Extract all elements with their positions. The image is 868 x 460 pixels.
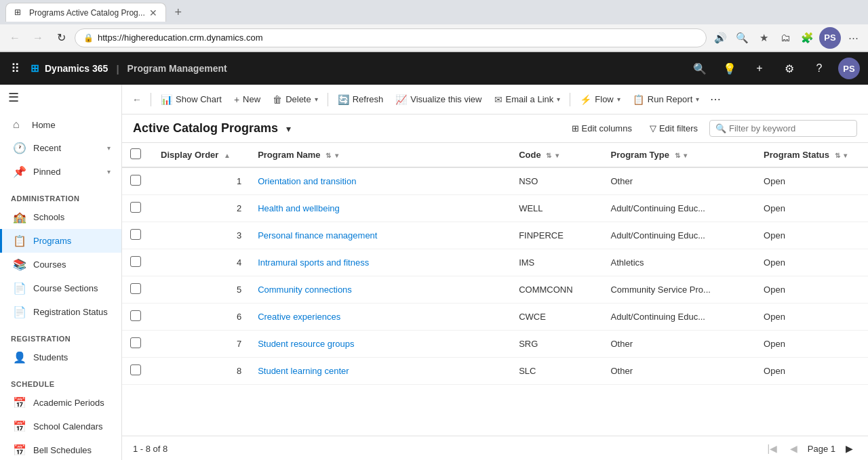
zoom-button[interactable]: 🔍 (732, 28, 751, 47)
address-bar[interactable]: 🔒 https://highereducation.crm.dynamics.c… (75, 28, 707, 47)
row-select-cell-4[interactable] (122, 276, 153, 304)
row-checkbox-2[interactable] (130, 229, 141, 240)
tab-close-button[interactable]: ✕ (149, 7, 157, 18)
sidebar-item-bell-schedules[interactable]: 📅 Bell Schedules (0, 438, 121, 460)
program-type-header[interactable]: Program Type ⇅ ▾ (602, 143, 755, 167)
row-checkbox-1[interactable] (130, 202, 141, 213)
sidebar-item-recent[interactable]: 🕐 Recent ▾ (0, 136, 121, 160)
edit-filters-button[interactable]: ▽ Edit filters (644, 120, 704, 137)
assistant-button[interactable]: 💡 (719, 58, 741, 79)
visualize-button[interactable]: 📈 Visualize this view (390, 91, 487, 108)
program-link-4[interactable]: Community connections (258, 285, 352, 295)
program-link-3[interactable]: Intramural sports and fitness (258, 257, 369, 268)
row-select-cell-6[interactable] (122, 331, 153, 358)
first-page-button[interactable]: |◀ (764, 440, 781, 457)
sidebar-item-registration-status[interactable]: 📄 Registration Status (0, 300, 121, 324)
sidebar-item-home[interactable]: ⌂ Home (0, 113, 121, 136)
email-link-button[interactable]: ✉ Email a Link ▾ (489, 91, 566, 108)
profile-button[interactable]: PS (819, 27, 841, 49)
settings-more-button[interactable]: ⋯ (844, 28, 863, 47)
code-header[interactable]: Code ⇅ ▾ (511, 143, 602, 167)
program-name-header[interactable]: Program Name ⇅ ▾ (250, 143, 511, 167)
row-name-2[interactable]: Personal finance management (250, 222, 511, 249)
add-button[interactable]: + (749, 58, 770, 79)
row-name-0[interactable]: Orientation and transition (250, 167, 511, 195)
sidebar-toggle-button[interactable]: ☰ (0, 85, 121, 110)
refresh-button[interactable]: 🔄 Refresh (332, 91, 389, 108)
page-title-dropdown-icon[interactable]: ▾ (286, 123, 291, 134)
more-commands-button[interactable]: ⋯ (706, 90, 725, 109)
new-tab-button[interactable]: + (169, 3, 188, 22)
back-navigation-button[interactable]: ← (127, 90, 146, 109)
row-name-3[interactable]: Intramural sports and fitness (250, 249, 511, 276)
row-checkbox-0[interactable] (130, 175, 141, 186)
settings-button[interactable]: ⚙ (778, 58, 800, 79)
back-button[interactable]: ← (5, 28, 24, 47)
sidebar-item-schools[interactable]: 🏫 Schools (0, 205, 121, 229)
program-link-6[interactable]: Student resource groups (258, 339, 354, 349)
select-all-header[interactable] (122, 143, 153, 167)
row-name-7[interactable]: Student learning center (250, 358, 511, 385)
edit-columns-icon: ⊞ (572, 123, 579, 133)
filter-keyword-input[interactable] (729, 123, 851, 133)
forward-button[interactable]: → (28, 28, 47, 47)
row-checkbox-7[interactable] (130, 364, 141, 375)
sidebar-item-academic-periods[interactable]: 📅 Academic Periods (0, 391, 121, 415)
program-link-0[interactable]: Orientation and transition (258, 176, 356, 186)
row-name-4[interactable]: Community connections (250, 276, 511, 304)
edit-columns-button[interactable]: ⊞ Edit columns (566, 120, 638, 137)
prev-page-button[interactable]: ◀ (786, 440, 802, 457)
row-checkbox-5[interactable] (130, 310, 141, 321)
sidebar-item-students[interactable]: 👤 Students (0, 346, 121, 369)
row-status-6: Open (755, 331, 868, 358)
sidebar-item-programs[interactable]: 📋 Programs (0, 229, 121, 253)
display-order-header[interactable]: Display Order ▲ (153, 143, 250, 167)
favorites-button[interactable]: ★ (754, 28, 773, 47)
read-aloud-button[interactable]: 🔊 (711, 28, 730, 47)
sidebar-item-pinned[interactable]: 📌 Pinned ▾ (0, 160, 121, 184)
sidebar-item-school-calendars[interactable]: 📅 School Calendars (0, 415, 121, 438)
show-chart-button[interactable]: 📊 Show Chart (155, 91, 227, 108)
row-name-5[interactable]: Creative experiences (250, 304, 511, 331)
extensions-button[interactable]: 🧩 (797, 28, 816, 47)
row-select-cell-1[interactable] (122, 195, 153, 222)
program-link-5[interactable]: Creative experiences (258, 312, 340, 322)
program-link-2[interactable]: Personal finance management (258, 230, 377, 241)
program-status-filter-icon: ▾ (844, 152, 847, 159)
program-link-1[interactable]: Health and wellbeing (258, 203, 340, 213)
row-checkbox-6[interactable] (130, 337, 141, 348)
waffle-menu-icon[interactable]: ⠿ (8, 58, 22, 79)
row-checkbox-3[interactable] (130, 256, 141, 267)
row-order-4: 5 (153, 276, 250, 304)
row-select-cell-0[interactable] (122, 167, 153, 195)
row-checkbox-4[interactable] (130, 283, 141, 294)
row-type-6: Other (602, 331, 755, 358)
global-search-button[interactable]: 🔍 (689, 58, 711, 79)
schools-icon: 🏫 (13, 211, 26, 224)
row-select-cell-2[interactable] (122, 222, 153, 249)
next-page-button[interactable]: ▶ (841, 440, 857, 457)
delete-button[interactable]: 🗑 Delete ▾ (267, 91, 323, 108)
program-status-header[interactable]: Program Status ⇅ ▾ (755, 143, 868, 167)
flow-button[interactable]: ⚡ Flow ▾ (574, 91, 625, 108)
row-select-cell-7[interactable] (122, 358, 153, 385)
row-select-cell-3[interactable] (122, 249, 153, 276)
new-button[interactable]: + New (229, 91, 266, 108)
reload-button[interactable]: ↻ (52, 28, 71, 47)
sidebar-item-course-sections[interactable]: 📄 Course Sections (0, 276, 121, 300)
run-report-button[interactable]: 📋 Run Report ▾ (627, 91, 705, 108)
row-select-cell-5[interactable] (122, 304, 153, 331)
pinned-expand-icon: ▾ (107, 168, 111, 175)
browser-tab-active[interactable]: ⊞ Programs Active Catalog Prog... ✕ (5, 3, 166, 22)
row-name-1[interactable]: Health and wellbeing (250, 195, 511, 222)
select-all-checkbox[interactable] (130, 148, 141, 159)
collections-button[interactable]: 🗂 (776, 28, 795, 47)
program-link-7[interactable]: Student learning center (258, 366, 349, 376)
security-icon: 🔒 (83, 33, 94, 43)
sidebar-item-courses[interactable]: 📚 Courses (0, 253, 121, 276)
sidebar-item-pinned-label: Pinned (33, 167, 60, 177)
app-brand[interactable]: ⊞ Dynamics 365 | Program Management (31, 62, 227, 75)
help-button[interactable]: ? (808, 58, 830, 79)
user-profile-button[interactable]: PS (838, 58, 860, 79)
row-name-6[interactable]: Student resource groups (250, 331, 511, 358)
